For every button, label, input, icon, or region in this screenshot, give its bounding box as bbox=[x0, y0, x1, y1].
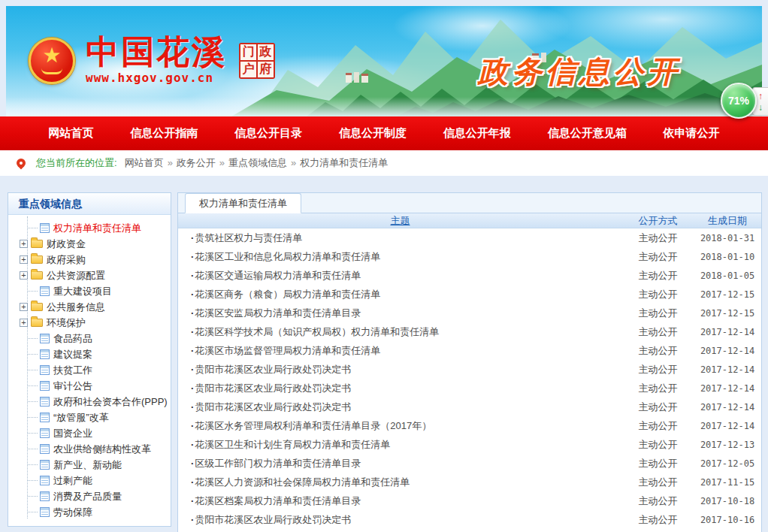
document-icon bbox=[40, 381, 50, 391]
sidebar-item[interactable]: 食品药品 bbox=[8, 331, 171, 346]
row-title-link[interactable]: 花溪区安监局权力清单和责任清单目录 bbox=[178, 307, 622, 320]
sidebar-item[interactable]: 环境保护 bbox=[8, 315, 171, 331]
expand-icon[interactable] bbox=[20, 240, 28, 248]
row-title-link[interactable]: 区级工作部门权力清单和责任清单目录 bbox=[178, 457, 622, 470]
table-row: 贵阳市花溪区农业局行政处罚决定书主动公开2017-12-14 bbox=[178, 360, 761, 379]
breadcrumb-item[interactable]: 政务公开 bbox=[177, 157, 216, 168]
sidebar-item-label: 公共资源配置 bbox=[47, 269, 105, 283]
nav-item-7[interactable]: 依申请公开 bbox=[663, 126, 719, 141]
sidebar-item[interactable]: 审计公告 bbox=[8, 378, 171, 394]
tree-connector bbox=[28, 449, 38, 449]
nav-item-6[interactable]: 信息公开意见箱 bbox=[548, 126, 627, 141]
row-publish-method: 主动公开 bbox=[622, 476, 694, 489]
sidebar-item-label: 重大建设项目 bbox=[53, 285, 112, 298]
tab-power-and-responsibility-list[interactable]: 权力清单和责任清单 bbox=[185, 193, 301, 213]
sidebar-item[interactable]: “放管服”改革 bbox=[8, 410, 171, 425]
sidebar-item[interactable]: 政府和社会资本合作(PPP) bbox=[8, 394, 171, 410]
nav-item-4[interactable]: 信息公开制度 bbox=[339, 126, 407, 141]
folder-icon bbox=[31, 255, 43, 264]
scroll-up-icon[interactable]: ↑ bbox=[758, 91, 763, 101]
tree-connector bbox=[28, 433, 38, 434]
row-publish-method: 主动公开 bbox=[622, 401, 694, 414]
sidebar-item[interactable]: 农业供给侧结构性改革 bbox=[8, 441, 171, 457]
row-date: 2017-12-14 bbox=[694, 346, 761, 356]
row-title-link[interactable]: 贵阳市花溪区农业局行政处罚决定书 bbox=[178, 513, 622, 527]
main-area: 重点领域信息 权力清单和责任清单财政资金政府采购公共资源配置重大建设项目公共服务… bbox=[0, 192, 768, 532]
expand-icon[interactable] bbox=[20, 303, 28, 311]
row-title-link[interactable]: 花溪区交通运输局权力清单和责任清单 bbox=[178, 269, 622, 283]
breadcrumb-item[interactable]: 网站首页 bbox=[125, 157, 164, 168]
sidebar-item-label: 政府采购 bbox=[47, 253, 86, 267]
sidebar-item[interactable]: 公共服务信息 bbox=[8, 299, 171, 315]
sidebar-item[interactable]: 劳动保障 bbox=[8, 504, 171, 520]
table-row: 贵阳市花溪区农业局行政处罚决定书主动公开2017-12-14 bbox=[178, 397, 761, 416]
seal-char: 户 bbox=[240, 62, 256, 77]
main-nav: 网站首页信息公开指南信息公开目录信息公开制度信息公开年报信息公开意见箱依申请公开 bbox=[0, 116, 768, 150]
nav-item-1[interactable]: 网站首页 bbox=[48, 126, 93, 141]
expand-icon[interactable] bbox=[20, 271, 28, 280]
sidebar-item-label: 权力清单和责任清单 bbox=[53, 222, 141, 235]
row-title-link[interactable]: 花溪区商务（粮食）局权力清单和责任清单 bbox=[178, 288, 622, 301]
expand-icon[interactable] bbox=[20, 319, 28, 327]
row-title-link[interactable]: 贵筑社区权力与责任清单 bbox=[178, 231, 622, 245]
nav-item-3[interactable]: 信息公开目录 bbox=[234, 126, 302, 141]
site-banner: 中国花溪 www.hxgov.gov.cn 门 政 户 府 政务信息公开 bbox=[6, 6, 762, 116]
row-title-link[interactable]: 花溪区卫生和计划生育局权力清单和责任清单 bbox=[178, 438, 622, 452]
sidebar-item[interactable]: 公共资源配置 bbox=[8, 268, 171, 283]
sidebar-tree: 权力清单和责任清单财政资金政府采购公共资源配置重大建设项目公共服务信息环境保护食… bbox=[8, 215, 171, 526]
table-row: 贵筑社区权力与责任清单主动公开2018-01-31 bbox=[178, 228, 761, 247]
sidebar-item[interactable]: 建议提案 bbox=[8, 346, 171, 362]
row-title-link[interactable]: 花溪区市场监督管理局权力清单和责任清单 bbox=[178, 344, 622, 358]
breadcrumb-label: 您当前所在的位置: bbox=[36, 156, 117, 170]
sidebar-item[interactable]: 财政资金 bbox=[8, 236, 171, 252]
table-row: 花溪区档案局权力清单和责任清单目录主动公开2017-10-18 bbox=[178, 491, 761, 510]
row-title-link[interactable]: 花溪区工业和信息化局权力清单和责任清单 bbox=[178, 250, 622, 264]
row-publish-method: 主动公开 bbox=[622, 325, 694, 339]
sidebar-item[interactable]: 消费及产品质量 bbox=[8, 488, 171, 504]
zoom-level-badge[interactable]: 71% bbox=[721, 83, 757, 119]
row-title-link[interactable]: 花溪区人力资源和社会保障局权力清单和责任清单 bbox=[178, 476, 622, 489]
scroll-down-icon[interactable]: ↓ bbox=[758, 102, 763, 113]
table-row: 贵阳市花溪区农业局行政处罚决定书主动公开2017-12-14 bbox=[178, 379, 761, 397]
row-publish-method: 主动公开 bbox=[622, 288, 694, 301]
row-date: 2017-12-15 bbox=[694, 308, 761, 319]
sidebar-item[interactable]: 政府采购 bbox=[8, 252, 171, 268]
sidebar-item-label: 农业供给侧结构性改革 bbox=[53, 443, 151, 456]
nav-item-2[interactable]: 信息公开指南 bbox=[130, 126, 198, 141]
breadcrumb-separator: » bbox=[291, 157, 296, 168]
sidebar-item[interactable]: 过剩产能 bbox=[8, 473, 171, 488]
sidebar-item-label: 食品药品 bbox=[53, 332, 92, 346]
row-title-link[interactable]: 花溪区档案局权力清单和责任清单目录 bbox=[178, 494, 622, 508]
tree-connector bbox=[28, 385, 38, 386]
sidebar-item[interactable]: 扶贫工作 bbox=[8, 362, 171, 378]
breadcrumb-item[interactable]: 权力清单和责任清单 bbox=[300, 157, 388, 168]
sidebar-item[interactable]: 新产业、新动能 bbox=[8, 457, 171, 473]
breadcrumb-item[interactable]: 重点领域信息 bbox=[228, 157, 287, 168]
row-publish-method: 主动公开 bbox=[622, 513, 694, 527]
seal-char: 政 bbox=[258, 44, 274, 60]
sidebar-item[interactable]: 权力清单和责任清单 bbox=[8, 220, 171, 236]
row-title-link[interactable]: 花溪区科学技术局（知识产权局权）权力清单和责任清单 bbox=[178, 325, 622, 339]
nav-item-5[interactable]: 信息公开年报 bbox=[443, 126, 511, 141]
sidebar-item-label: 劳动保障 bbox=[53, 506, 92, 519]
row-title-link[interactable]: 贵阳市花溪区农业局行政处罚决定书 bbox=[178, 382, 622, 395]
tree-connector bbox=[28, 512, 38, 512]
row-publish-method: 主动公开 bbox=[622, 419, 694, 433]
sidebar-item[interactable]: 国资企业 bbox=[8, 425, 171, 441]
seal-char: 府 bbox=[258, 62, 274, 77]
row-title-link[interactable]: 贵阳市花溪区农业局行政处罚决定书 bbox=[178, 401, 622, 414]
expand-icon[interactable] bbox=[20, 255, 28, 264]
tree-connector bbox=[28, 228, 38, 228]
table-row: 花溪区安监局权力清单和责任清单目录主动公开2017-12-15 bbox=[178, 304, 761, 322]
table-body: 贵筑社区权力与责任清单主动公开2018-01-31花溪区工业和信息化局权力清单和… bbox=[178, 228, 761, 529]
table-row: 花溪区交通运输局权力清单和责任清单主动公开2018-01-05 bbox=[178, 266, 761, 285]
sidebar-item-label: 财政资金 bbox=[47, 237, 86, 251]
sidebar-item-label: 扶贫工作 bbox=[53, 364, 92, 377]
sidebar-item[interactable]: 重大建设项目 bbox=[8, 283, 171, 299]
site-brand: 中国花溪 www.hxgov.gov.cn 门 政 户 府 bbox=[29, 36, 275, 85]
row-title-link[interactable]: 花溪区水务管理局权利清单和责任清单目录（2017年） bbox=[178, 419, 622, 433]
site-url: www.hxgov.gov.cn bbox=[86, 71, 227, 85]
document-icon bbox=[40, 507, 50, 517]
row-title-link[interactable]: 贵阳市花溪区农业局行政处罚决定书 bbox=[178, 363, 622, 376]
column-header-subject[interactable]: 主题 bbox=[178, 214, 622, 228]
